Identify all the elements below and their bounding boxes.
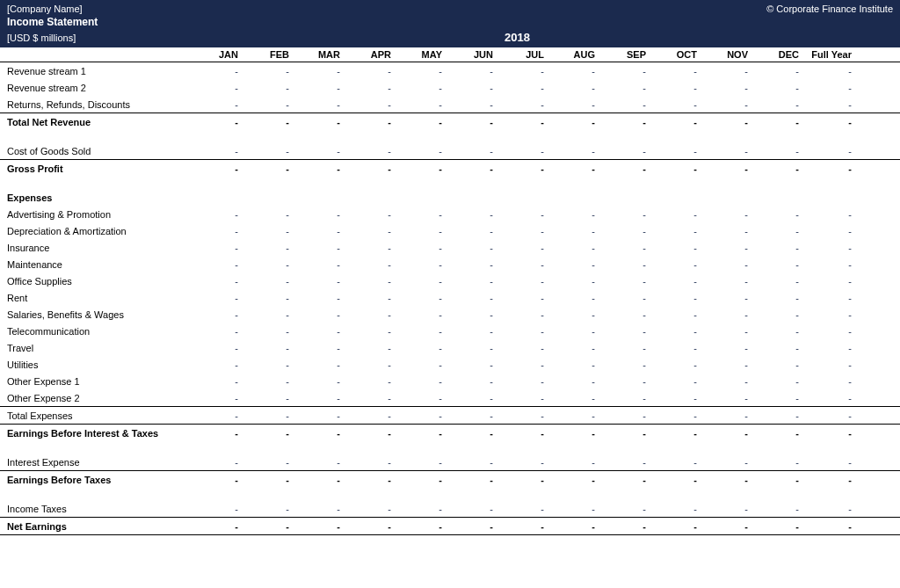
cell-value: -	[748, 374, 799, 388]
cell-value: -	[187, 258, 238, 272]
cell-value: -	[340, 473, 391, 487]
cell-value: -	[544, 162, 595, 176]
cell-value: -	[442, 81, 493, 95]
cell-value: -	[697, 274, 748, 288]
cell-value: -	[544, 308, 595, 322]
cell-value: -	[238, 98, 289, 112]
cell-value: -	[442, 502, 493, 516]
cell-value: -	[595, 81, 646, 95]
table-row: Gross Profit-------------	[0, 159, 900, 177]
cell-value: -	[289, 274, 340, 288]
cell-value: -	[340, 358, 391, 372]
cell-value: -	[748, 144, 799, 158]
cell-value: -	[748, 274, 799, 288]
spacer-row	[0, 130, 900, 142]
cell-value: -	[391, 409, 442, 423]
cell-value: -	[238, 291, 289, 305]
row-label: Returns, Refunds, Discounts	[7, 98, 187, 112]
cell-value: -	[493, 391, 544, 405]
cell-value: -	[289, 224, 340, 238]
cell-value: -	[646, 291, 697, 305]
cell-value: -	[697, 341, 748, 355]
cell-value: -	[799, 455, 852, 469]
cell-value: -	[187, 455, 238, 469]
cell-value: -	[187, 358, 238, 372]
cell-value: -	[697, 308, 748, 322]
cell-value: -	[391, 358, 442, 372]
table-row: Net Earnings-------------	[0, 517, 900, 535]
cell-value: -	[595, 98, 646, 112]
cell-value: -	[646, 162, 697, 176]
cell-value: -	[544, 64, 595, 78]
spacer-row	[0, 441, 900, 454]
row-label: Insurance	[7, 241, 187, 255]
column-header: JUL	[493, 49, 544, 60]
cell-value: -	[799, 64, 852, 78]
cell-value: -	[289, 426, 340, 440]
cell-value: -	[391, 473, 442, 487]
table-row: Total Net Revenue-------------	[0, 113, 900, 130]
cell-value: -	[391, 162, 442, 176]
cell-value: -	[595, 324, 646, 338]
cell-value: -	[187, 115, 238, 129]
cell-value: -	[391, 426, 442, 440]
cell-value: -	[697, 291, 748, 305]
cell-value: -	[340, 274, 391, 288]
cell-value: -	[799, 291, 852, 305]
cell-value: -	[595, 258, 646, 272]
cell-value: -	[340, 98, 391, 112]
cell-value: -	[697, 162, 748, 176]
cell-value: -	[289, 341, 340, 355]
cell-value: -	[646, 374, 697, 388]
row-label: Telecommunication	[7, 324, 187, 338]
cell-value: -	[595, 274, 646, 288]
cell-value: -	[442, 258, 493, 272]
column-header: OCT	[646, 49, 697, 60]
table-row: Earnings Before Taxes-------------	[0, 470, 900, 488]
cell-value: -	[595, 224, 646, 238]
cell-value: -	[442, 455, 493, 469]
cell-value: -	[544, 341, 595, 355]
copyright-text: © Corporate Finance Institute	[766, 4, 893, 14]
cell-value: -	[187, 324, 238, 338]
cell-value: -	[544, 258, 595, 272]
cell-value: -	[289, 308, 340, 322]
cell-value: -	[187, 162, 238, 176]
cell-value: -	[187, 64, 238, 78]
cell-value: -	[340, 64, 391, 78]
cell-value: -	[799, 473, 852, 487]
cell-value: -	[697, 224, 748, 238]
cell-value: -	[595, 374, 646, 388]
column-header: JUN	[442, 49, 493, 60]
cell-value: -	[748, 258, 799, 272]
cell-value: -	[289, 473, 340, 487]
cell-value: -	[391, 207, 442, 221]
cell-value: -	[595, 502, 646, 516]
cell-value: -	[748, 473, 799, 487]
cell-value: -	[697, 115, 748, 129]
cell-value: -	[442, 274, 493, 288]
cell-value: -	[493, 341, 544, 355]
cell-value: -	[442, 374, 493, 388]
column-header: SEP	[595, 49, 646, 60]
cell-value: -	[340, 144, 391, 158]
cell-value: -	[187, 308, 238, 322]
company-name: [Company Name]	[7, 4, 83, 14]
cell-value: -	[595, 162, 646, 176]
cell-value: -	[493, 162, 544, 176]
cell-value: -	[799, 207, 852, 221]
cell-value: -	[595, 409, 646, 423]
row-label: Cost of Goods Sold	[7, 144, 187, 158]
cell-value: -	[340, 426, 391, 440]
cell-value: -	[187, 426, 238, 440]
table-row: Maintenance-------------	[0, 256, 900, 272]
cell-value: -	[544, 81, 595, 95]
table-row: Revenue stream 1-------------	[0, 62, 900, 79]
row-label: Advertising & Promotion	[7, 207, 187, 221]
cell-value: -	[799, 391, 852, 405]
cell-value: -	[646, 258, 697, 272]
cell-value: -	[238, 374, 289, 388]
row-label: Depreciation & Amortization	[7, 224, 187, 238]
cell-value: -	[544, 455, 595, 469]
cell-value: -	[697, 374, 748, 388]
